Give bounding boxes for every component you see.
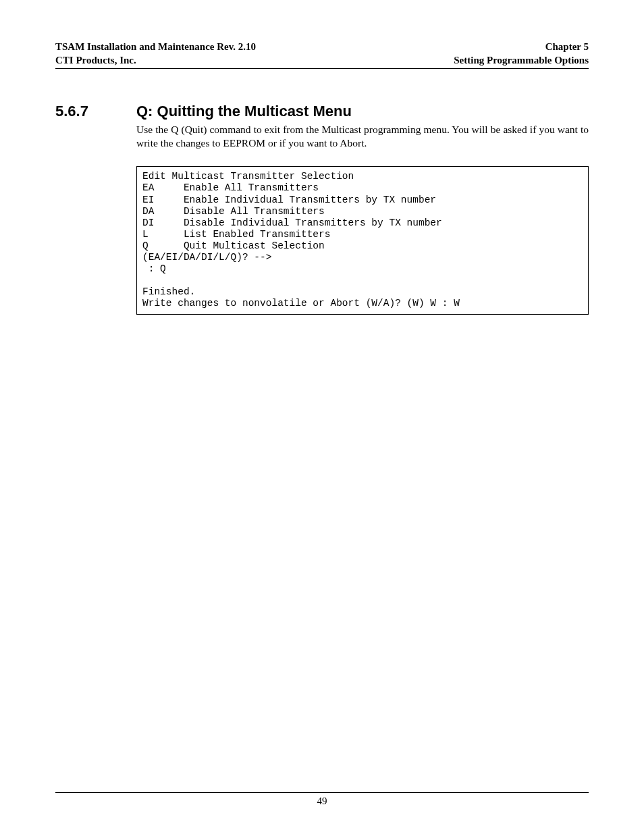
header-chapter-title: Setting Programmable Options	[454, 54, 589, 68]
page-footer: 49	[55, 792, 589, 807]
header-left: TSAM Installation and Maintenance Rev. 2…	[55, 41, 256, 67]
header-manual-title: TSAM Installation and Maintenance Rev. 2…	[55, 41, 256, 54]
header-right: Chapter 5 Setting Programmable Options	[454, 41, 589, 67]
page-number: 49	[317, 796, 327, 806]
section: 5.6.7 Q: Quitting the Multicast Menu Use…	[55, 103, 589, 150]
header-company: CTI Products, Inc.	[55, 54, 256, 68]
section-body: Use the Q (Quit) command to exit from th…	[136, 123, 589, 150]
section-heading-row: 5.6.7 Q: Quitting the Multicast Menu	[55, 103, 589, 120]
terminal-output: Edit Multicast Transmitter Selection EA …	[136, 166, 589, 314]
header-chapter: Chapter 5	[454, 41, 589, 54]
page-header: TSAM Installation and Maintenance Rev. 2…	[55, 41, 589, 69]
section-number: 5.6.7	[55, 103, 109, 120]
section-title: Q: Quitting the Multicast Menu	[136, 103, 352, 120]
